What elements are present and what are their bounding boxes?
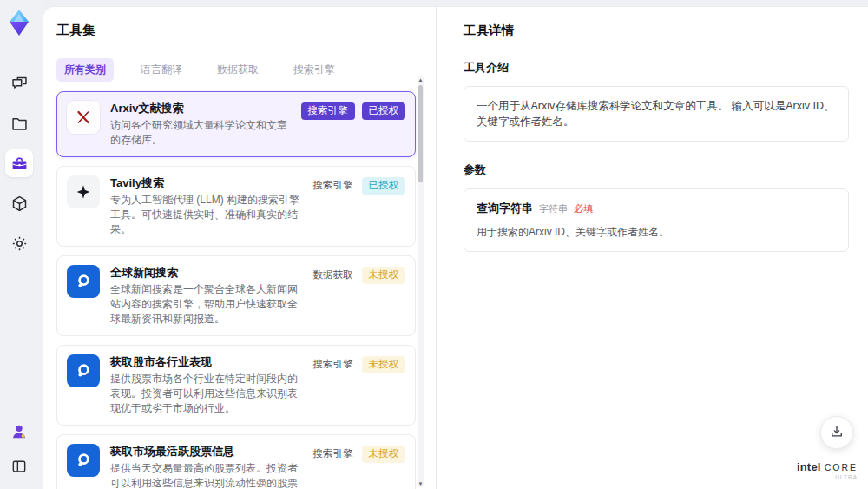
brand-core-text: core (825, 462, 858, 472)
category-tabs: 所有类别语言翻译数据获取搜索引擎 (56, 58, 423, 82)
download-icon (829, 424, 845, 442)
scrollbar-thumb[interactable] (418, 85, 423, 182)
tab-3[interactable]: 搜索引擎 (286, 58, 343, 82)
collapse-panel-icon[interactable] (5, 453, 33, 480)
tools-panel: 工具集 所有类别语言翻译数据获取搜索引擎 Arxiv文献搜索访问各个研究领域大量… (43, 7, 436, 489)
param-desc: 用于搜索的Arxiv ID、关键字或作者姓名。 (477, 225, 836, 240)
auth-status-badge: 未授权 (362, 446, 406, 463)
tool-badges: 搜索引擎已授权 (301, 101, 406, 120)
param-required-badge: 必填 (574, 202, 593, 215)
brand-intel-text: intel (797, 460, 821, 473)
tool-desc: 全球新闻搜索是一个聚合全球各大新闻网站内容的搜索引擎，帮助用户快速获取全球最新资… (110, 282, 303, 327)
tool-text: Arxiv文献搜索访问各个研究领域大量科学论文和文章的存储库。 (110, 101, 301, 148)
tool-desc: 提供股票市场各个行业在特定时间段内的表现。投资者可以利用这些信息来识别表现优于或… (110, 372, 303, 416)
sidebar-item-chat[interactable] (5, 69, 33, 97)
intro-text: 一个用于从Arxiv存储库搜索科学论文和文章的工具。 输入可以是Arxiv ID… (477, 100, 835, 128)
param-type: 字符串 (539, 202, 568, 215)
auth-status-badge: 未授权 (362, 356, 406, 373)
tool-text: 获取股市各行业表现提供股票市场各个行业在特定时间段内的表现。投资者可以利用这些信… (110, 354, 312, 416)
param-card: 查询字符串 字符串 必填 用于搜索的Arxiv ID、关键字或作者姓名。 (464, 188, 849, 252)
category-badge: 数据获取 (312, 267, 355, 284)
main-content: 工具集 所有类别语言翻译数据获取搜索引擎 Arxiv文献搜索访问各个研究领域大量… (43, 7, 868, 489)
category-badge: 搜索引擎 (301, 102, 355, 120)
news-icon (67, 265, 100, 298)
tool-name: 获取股市各行业表现 (110, 354, 303, 370)
tavily-icon (67, 175, 100, 208)
news-icon (67, 354, 100, 387)
tool-name: 获取市场最活跃股票信息 (110, 444, 303, 459)
user-avatar[interactable] (5, 418, 33, 446)
chat-icon (10, 75, 29, 93)
tool-text: 获取市场最活跃股票信息提供当天交易量最高的股票列表。投资者可以利用这些信息来识别… (110, 444, 312, 489)
tool-text: Tavily搜索专为人工智能代理 (LLM) 构建的搜索引擎工具。可快速提供实时… (110, 175, 312, 237)
intro-heading: 工具介绍 (464, 60, 849, 76)
tool-badges: 数据获取未授权 (312, 265, 406, 284)
tool-card[interactable]: 获取市场最活跃股票信息提供当天交易量最高的股票列表。投资者可以利用这些信息来识别… (56, 434, 416, 489)
app-logo-icon[interactable] (6, 9, 32, 36)
tab-2[interactable]: 数据获取 (209, 58, 266, 82)
scroll-down-icon[interactable]: ▼ (418, 480, 424, 487)
page-title: 工具集 (56, 23, 423, 39)
arxiv-icon (67, 101, 100, 134)
category-badge: 搜索引擎 (312, 356, 355, 373)
auth-status-badge: 未授权 (362, 267, 406, 284)
tool-name: Arxiv文献搜索 (110, 101, 293, 116)
list-scrollbar[interactable]: ▲ ▼ (418, 76, 424, 487)
tool-name: 全球新闻搜索 (110, 265, 303, 281)
tool-desc: 专为人工智能代理 (LLM) 构建的搜索引擎工具。可快速提供实时、准确和真实的结… (110, 193, 303, 237)
tool-badges: 搜索引擎未授权 (312, 354, 406, 373)
sidebar-nav (0, 69, 38, 257)
details-title: 工具详情 (464, 23, 849, 39)
panel-divider (436, 7, 437, 489)
tool-badges: 搜索引擎已授权 (312, 175, 406, 195)
tab-0[interactable]: 所有类别 (56, 58, 114, 82)
category-badge: 搜索引擎 (312, 446, 355, 463)
sidebar-bottom (0, 418, 38, 480)
param-name: 查询字符串 (477, 201, 533, 216)
auth-status-badge: 已授权 (362, 102, 406, 120)
tool-card[interactable]: 全球新闻搜索全球新闻搜索是一个聚合全球各大新闻网站内容的搜索引擎，帮助用户快速获… (56, 255, 416, 336)
cube-icon (10, 195, 29, 213)
download-button[interactable] (820, 416, 853, 449)
toolbox-icon (10, 155, 29, 173)
tool-desc: 访问各个研究领域大量科学论文和文章的存储库。 (110, 118, 293, 148)
tab-1[interactable]: 语言翻译 (133, 58, 190, 82)
tool-list: Arxiv文献搜索访问各个研究领域大量科学论文和文章的存储库。搜索引擎已授权Ta… (56, 91, 416, 489)
tool-name: Tavily搜索 (110, 175, 303, 191)
intro-card: 一个用于从Arxiv存储库搜索科学论文和文章的工具。 输入可以是Arxiv ID… (464, 86, 849, 142)
tool-text: 全球新闻搜索全球新闻搜索是一个聚合全球各大新闻网站内容的搜索引擎，帮助用户快速获… (110, 265, 312, 327)
tool-badges: 搜索引擎未授权 (312, 444, 406, 463)
category-badge: 搜索引擎 (312, 177, 355, 195)
sidebar-item-cube[interactable] (5, 189, 33, 217)
tool-desc: 提供当天交易量最高的股票列表。投资者可以利用这些信息来识别流动性强的股票和潜在的… (110, 461, 303, 489)
params-heading: 参数 (464, 162, 849, 178)
settings-icon (10, 235, 29, 253)
scroll-up-icon[interactable]: ▲ (418, 76, 424, 83)
sidebar-item-folder[interactable] (5, 109, 33, 137)
news-icon (67, 444, 100, 477)
sidebar-item-toolbox[interactable] (5, 149, 33, 177)
tool-card[interactable]: Tavily搜索专为人工智能代理 (LLM) 构建的搜索引擎工具。可快速提供实时… (56, 166, 416, 247)
sidebar-item-settings[interactable] (5, 229, 33, 257)
intel-core-badge: intel core ultra (797, 460, 858, 480)
tool-card[interactable]: 获取股市各行业表现提供股票市场各个行业在特定时间段内的表现。投资者可以利用这些信… (56, 345, 416, 426)
tool-details-panel: 工具详情 工具介绍 一个用于从Arxiv存储库搜索科学论文和文章的工具。 输入可… (450, 7, 868, 489)
folder-icon (10, 115, 29, 133)
app-sidebar (0, 0, 43, 489)
auth-status-badge: 已授权 (362, 177, 406, 195)
tool-card[interactable]: Arxiv文献搜索访问各个研究领域大量科学论文和文章的存储库。搜索引擎已授权 (56, 91, 416, 157)
brand-sub-text: ultra (797, 474, 858, 480)
